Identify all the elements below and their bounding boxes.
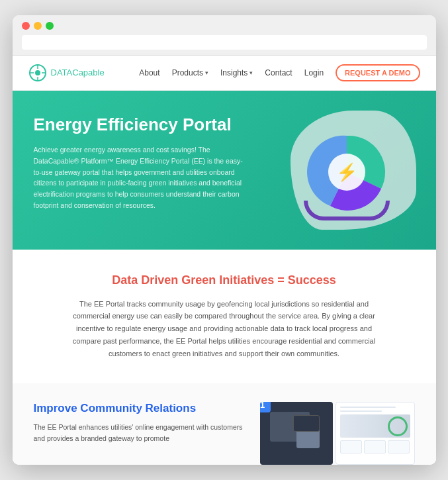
logo-icon [28,64,47,82]
community-text: Improve Community Relations The EE Porta… [34,402,247,444]
dash-stat-2 [364,440,386,454]
address-bar[interactable] [22,35,427,50]
nav-products[interactable]: Products [172,68,208,77]
dash-stat-3 [388,440,410,454]
dash-line-2 [340,410,382,412]
map-image: 1 [260,402,333,465]
dashboard-image [336,402,415,465]
green-initiatives-title: Data Driven Green Initiatives = Success [39,273,410,287]
green-initiatives-section: Data Driven Green Initiatives = Success … [13,250,436,383]
nav-links: About Products Insights Contact Login RE… [139,64,420,81]
community-description: The EE Portal enhances utilities' online… [34,422,247,444]
hero-visual: ⚡ [291,104,423,236]
logo-text: DATACapable [51,68,105,77]
browser-window: DATACapable About Products Insights Cont… [13,15,436,465]
dash-stat-1 [340,440,362,454]
dash-stats [340,440,410,454]
map-badge: 1 [260,402,271,412]
dash-chart [340,414,410,438]
hero-content: Energy Efficiency Portal Achieve greater… [34,115,244,211]
dot-close[interactable] [22,22,30,30]
hero-description: Achieve greater energy awareness and cos… [34,144,244,211]
request-demo-button[interactable]: REQUEST A DEMO [336,64,420,81]
pie-ring [304,201,390,220]
svg-text:⚡: ⚡ [336,162,358,183]
community-images: 1 [260,402,415,465]
dot-minimize[interactable] [34,22,42,30]
green-initiatives-body: The EE Portal tracks community usage by … [66,298,383,360]
pie-chart: ⚡ [304,129,390,215]
map-region-3 [293,415,320,432]
browser-chrome [13,15,436,56]
dot-maximize[interactable] [46,22,54,30]
nav-contact[interactable]: Contact [265,68,292,77]
nav-about[interactable]: About [139,68,159,77]
dash-line-1 [340,407,396,408]
page-content: DATACapable About Products Insights Cont… [13,56,436,465]
logo[interactable]: DATACapable [28,64,105,82]
community-title: Improve Community Relations [34,402,247,415]
nav-login[interactable]: Login [304,68,324,77]
hero-section: Energy Efficiency Portal Achieve greater… [13,91,436,250]
community-section: Improve Community Relations The EE Porta… [13,383,436,465]
logo-data: DATA [51,68,73,77]
dash-circle [388,416,408,436]
hero-title: Energy Efficiency Portal [34,115,244,135]
svg-point-1 [35,70,40,75]
navbar: DATACapable About Products Insights Cont… [13,56,436,91]
browser-dots [22,22,427,30]
nav-insights[interactable]: Insights [220,68,253,77]
